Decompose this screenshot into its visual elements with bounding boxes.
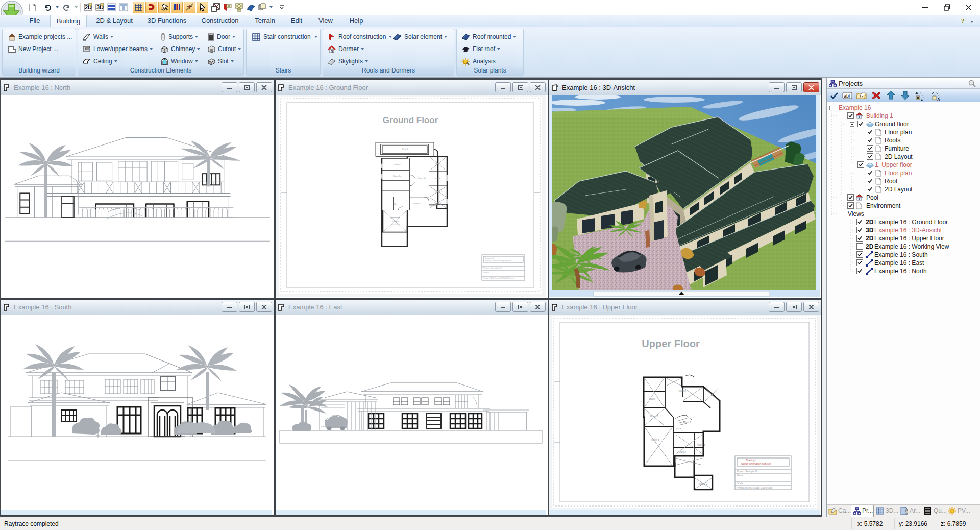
svg-text:Scale 1:100, height 2850/250 m: Scale 1:100, height 2850/250 mm [483,277,514,279]
svg-text:Scale: Scale [737,482,743,485]
svg-text:Example 16 : 3D-Ansicht: Example 16 : 3D-Ansicht [874,227,942,234]
svg-text:Example 16 : South: Example 16 : South [874,251,928,258]
svg-text:Room 9: Room 9 [683,421,691,424]
svg-text:Name:: Name: [737,474,744,477]
svg-text:Not for construction purposes: Not for construction purposes [485,259,511,262]
svg-text:Project: Example 16: Project: Example 16 [483,267,502,269]
svg-text:2D: 2D [866,219,874,226]
svg-text:A: A [937,97,940,101]
svg-text:Name:: Name: [483,271,489,274]
svg-text:Room 1b: Room 1b [418,177,426,179]
svg-text:2D Layout: 2D Layout [885,153,913,160]
svg-text:Room 5: Room 5 [697,444,705,446]
svg-text:Room 2: Room 2 [699,483,707,485]
svg-text:Upper Floor: Upper Floor [642,338,700,349]
svg-text:2D: 2D [866,235,874,242]
svg-text:Floor plan: Floor plan [885,129,912,136]
svg-text:Environment: Environment [866,202,901,209]
svg-text:Example 16 : Ground Floor: Example 16 : Ground Floor [874,219,948,226]
svg-text:Pool 1: Pool 1 [402,149,408,150]
svg-text:Furniture: Furniture [885,145,909,152]
svg-text:Room 4: Room 4 [413,203,421,204]
svg-text:A.: A. [915,91,919,95]
svg-text:Building 1: Building 1 [866,112,893,119]
svg-text:Floor plan: Floor plan [885,170,912,177]
svg-text:Example 16 : Working View: Example 16 : Working View [874,243,949,250]
svg-text:Room 1a: Room 1a [393,175,401,177]
svg-text:Drawing1: Drawing1 [746,459,756,462]
svg-text:Ground floor: Ground floor [875,121,909,128]
svg-text:Room 6: Room 6 [651,439,659,441]
svg-text:3,00 m: 3,00 m [676,428,681,430]
svg-text:Roofs: Roofs [885,137,900,144]
svg-text:Room: Room [649,398,655,400]
svg-text:Room 8: Room 8 [678,390,686,392]
svg-text:Views: Views [848,210,864,218]
svg-text:2D: 2D [866,243,874,250]
svg-text:2D Layout: 2D Layout [885,186,913,193]
svg-text:?: ? [961,17,965,25]
svg-text:1. Upper floor: 1. Upper floor [875,161,912,168]
svg-text:Room 7: Room 7 [650,415,658,418]
svg-text:Room: Room [435,163,440,165]
svg-text:Printed on 09/14/2016, 1:100 s: Printed on 09/14/2016, 1:100 scale [737,487,773,489]
svg-text:Room 3: Room 3 [435,191,442,192]
svg-text:Example 16 : North: Example 16 : North [874,268,927,275]
svg-text:Ground Floor: Ground Floor [383,115,438,125]
svg-text:abl: abl [844,93,850,99]
svg-text:Example 16 : East: Example 16 : East [874,259,924,267]
svg-text:Z.: Z. [932,91,935,95]
svg-text:3D: 3D [866,227,874,234]
svg-text:Roof: Roof [885,178,898,185]
svg-text:Not for construction purposes: Not for construction purposes [741,463,772,465]
svg-text:Room 2: Room 2 [435,178,442,180]
svg-text:Example 16 : Upper Floor: Example 16 : Upper Floor [874,235,944,242]
svg-text:Rm: Rm [394,204,397,205]
svg-text:Room 5: Room 5 [434,202,441,204]
svg-text:Room 1: Room 1 [394,164,401,166]
svg-text:Room 6: Room 6 [392,221,399,222]
svg-text:Room 3: Room 3 [678,451,686,453]
svg-text:z: z [921,97,923,101]
svg-text:Example 16: Example 16 [839,104,871,111]
svg-text:Pool: Pool [866,194,878,201]
svg-text:Project: Example 16: Project: Example 16 [737,470,758,473]
